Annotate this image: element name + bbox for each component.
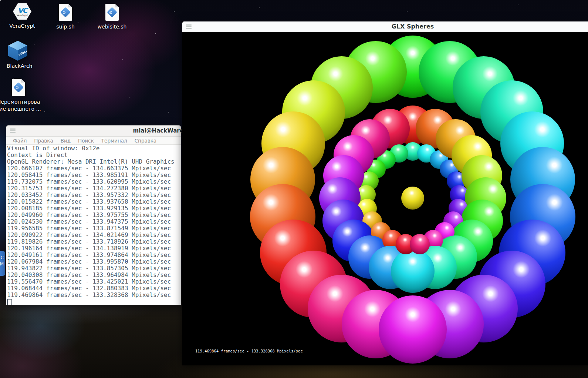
hidden-widget-fragment[interactable]: C M	[0, 251, 5, 276]
sphere	[379, 295, 447, 364]
terminal-output: Visual ID of window: 0x12e Context is Di…	[6, 145, 181, 298]
icon-label: suip.sh	[50, 23, 81, 30]
menu-item-1[interactable]: Файл	[9, 138, 30, 144]
terminal-menubar: ФайлПравкаВидПоискТерминалСправка	[6, 137, 181, 145]
page-fold	[21, 79, 25, 83]
sphere	[401, 187, 424, 210]
shell-script-icon: ⚙	[105, 4, 119, 21]
glx-titlebar[interactable]: GLX Spheres	[182, 21, 588, 32]
window-menu-icon[interactable]	[10, 128, 16, 133]
window-menu-icon[interactable]	[186, 24, 192, 29]
spheres-scene	[182, 32, 588, 365]
desktop-icon-webisite[interactable]: ⚙ webisite.sh	[97, 4, 128, 30]
icon-label-line2: ние внешнего ...	[0, 106, 41, 112]
menu-item-2[interactable]: Правка	[30, 138, 57, 144]
gear-icon: ⚙	[15, 85, 19, 90]
page-fold	[115, 4, 119, 7]
widget-letter: C	[1, 255, 4, 260]
menu-item-6[interactable]: Справка	[131, 138, 160, 144]
veracrypt-logo-subtext: VeraCrypt	[17, 14, 28, 16]
icon-label-line1: Перемонтирова	[0, 99, 40, 105]
terminal-cursor	[7, 299, 12, 305]
desktop-icon-blackarch[interactable]: vbox BlackArch	[7, 41, 29, 70]
widget-letter: M	[0, 261, 4, 267]
glx-window-title: GLX Spheres	[392, 23, 434, 30]
icon-label: Перемонтирова ние внешнего ...	[0, 98, 57, 113]
desktop-icon-suip[interactable]: ⚙ suip.sh	[50, 4, 81, 30]
sphere	[410, 234, 430, 254]
gear-icon: ⚙	[109, 10, 113, 15]
veracrypt-icon: VC VeraCrypt	[13, 3, 31, 20]
menu-item-4[interactable]: Поиск	[74, 138, 98, 144]
menu-item-3[interactable]: Вид	[57, 138, 74, 144]
gear-icon: ⚙	[62, 10, 66, 15]
icon-label: VeraCrypt	[7, 23, 37, 30]
glx-render-area: 119.469864 frames/sec - 133.328368 Mpixe…	[182, 32, 588, 365]
terminal-content[interactable]: Visual ID of window: 0x12e Context is Di…	[6, 145, 181, 305]
menu-item-5[interactable]: Терминал	[98, 138, 131, 144]
sphere	[391, 249, 435, 293]
icon-label: BlackArch	[7, 63, 29, 70]
icon-label: webisite.sh	[97, 23, 128, 30]
veracrypt-logo: VC	[18, 7, 27, 14]
shell-script-icon: ⚙	[59, 4, 72, 21]
desktop-icon-veracrypt[interactable]: VC VeraCrypt VeraCrypt	[7, 3, 37, 30]
page-fold	[68, 4, 72, 7]
shell-script-icon: ⚙	[12, 79, 25, 96]
terminal-titlebar[interactable]: mial@HackWare:~	[6, 126, 181, 137]
vbox-cube-icon: vbox	[8, 41, 27, 61]
glx-spheres-window: GLX Spheres 119.469864 frames/sec - 133.…	[182, 21, 588, 365]
desktop-icon-remount[interactable]: ⚙ Перемонтирова ние внешнего ...	[2, 79, 35, 113]
fps-status-text: 119.469864 frames/sec - 133.328368 Mpixe…	[195, 349, 303, 353]
terminal-window: mial@HackWare:~ ФайлПравкаВидПоискТермин…	[6, 125, 181, 304]
